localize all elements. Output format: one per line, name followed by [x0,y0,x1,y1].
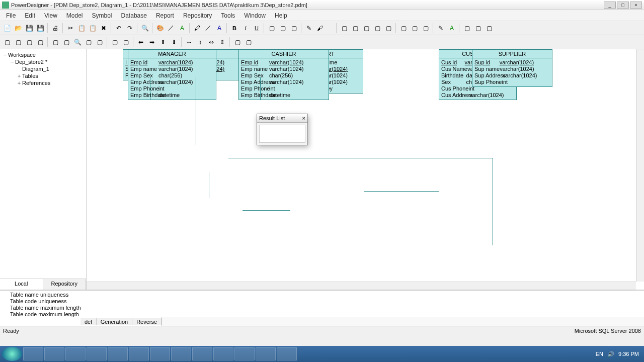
menu-file[interactable]: File [2,11,20,20]
task-app3[interactable] [129,347,149,360]
tree-references[interactable]: +References [2,79,84,86]
tree-tab-repository[interactable]: Repository [43,279,87,290]
entity-manager[interactable]: MANAGER Emp idvarchar(1024)Emp namevarch… [128,49,216,100]
output-tab-del[interactable]: del [80,318,97,325]
dialog-close-button[interactable]: × [302,115,305,121]
repo-j[interactable]: A [447,23,457,33]
tb2-k[interactable]: ▢ [121,37,131,47]
task-app6[interactable] [192,347,212,360]
result-list-dialog[interactable]: Result List × [257,114,308,145]
italic-button[interactable]: I [240,23,251,33]
tree-tab-local[interactable]: Local [0,279,43,290]
tree-diagram[interactable]: Diagram_1 [2,65,84,72]
entity-supplier[interactable]: SUPPLIER Sup idvarchar(1024)Sup namevarc… [472,49,552,87]
output-item[interactable]: Table name uniqueness [3,292,641,298]
output-item[interactable]: Table name maximum length [3,305,641,311]
tb2-e[interactable]: ▢ [50,37,60,47]
menu-model[interactable]: Model [62,11,87,20]
same-w-button[interactable]: ⇔ [206,37,216,47]
repo-h[interactable]: ▢ [421,23,431,33]
tool-b[interactable]: ▢ [278,23,288,33]
tb2-j[interactable]: ▢ [110,37,120,47]
task-explorer[interactable] [44,347,64,360]
repo-m[interactable]: ▢ [484,23,494,33]
tree-model[interactable]: −Dep_store2 * [2,58,84,65]
task-ie[interactable] [23,347,43,360]
repo-b[interactable]: ▢ [350,23,360,33]
repo-i[interactable]: ✎ [436,23,446,33]
open-button[interactable]: 📂 [13,23,23,33]
task-app9[interactable] [256,347,276,360]
tool-a[interactable]: ▢ [267,23,277,33]
tree-tables[interactable]: +Tables [2,72,84,79]
tb2-q[interactable]: ▢ [244,37,254,47]
tb2-i[interactable]: ▢ [95,37,105,47]
undo-button[interactable]: ↶ [114,23,124,33]
entity-cashier[interactable]: CASHIER Emp idvarchar(1024)Emp namevarch… [238,49,329,100]
menu-repository[interactable]: Repository [179,11,216,20]
find-button[interactable]: 🔍 [140,23,150,33]
repo-f[interactable]: ▢ [398,23,409,33]
task-app7[interactable] [213,347,233,360]
canvas-scroll-v[interactable] [636,49,644,282]
output-item[interactable]: Table code maximum length [3,311,641,317]
textfill-button[interactable]: 🖍 [192,23,202,33]
cut-button[interactable]: ✂ [65,23,75,33]
start-button[interactable] [2,347,22,361]
menu-tools[interactable]: Tools [217,11,239,20]
tray-sound-icon[interactable]: 🔊 [607,351,614,357]
task-app2[interactable] [108,347,128,360]
repo-d[interactable]: ▢ [372,23,382,33]
task-app1[interactable] [87,347,107,360]
align-top-button[interactable]: ⬆ [158,37,168,47]
tb2-b[interactable]: ▢ [13,37,23,47]
align-bottom-button[interactable]: ⬇ [169,37,179,47]
task-chrome[interactable] [65,347,86,360]
repo-a[interactable]: ▢ [339,23,349,33]
tool-e[interactable]: 🖌 [315,23,325,33]
canvas-scroll-h[interactable] [87,282,636,290]
menu-help[interactable]: Help [271,11,291,20]
repo-g[interactable]: ▢ [410,23,420,33]
output-tab-generation[interactable]: Generation [97,318,132,325]
menu-edit[interactable]: Edit [21,11,39,20]
align-right-button[interactable]: ➡ [147,37,157,47]
repo-k[interactable]: ▢ [462,23,472,33]
tb2-c[interactable]: ▢ [24,37,34,47]
maximize-button[interactable]: □ [617,2,629,9]
tree-root[interactable]: −Workspace [2,51,84,58]
close-button[interactable]: × [630,2,642,9]
task-app8[interactable] [234,347,255,360]
font-button[interactable]: A [177,23,187,33]
print-button[interactable]: 🖨 [50,23,60,33]
tb2-g[interactable]: 🔍 [72,37,83,47]
textline-button[interactable]: ／ [203,23,213,33]
tb2-p[interactable]: ▢ [232,37,243,47]
fill-button[interactable]: 🎨 [155,23,165,33]
textcolor-button[interactable]: A [214,23,224,33]
dist-v-button[interactable]: ↕ [195,37,205,47]
menu-symbol[interactable]: Symbol [88,11,116,20]
delete-button[interactable]: ✖ [99,23,109,33]
new-button[interactable]: 📄 [2,23,12,33]
saveall-button[interactable]: 💾 [35,23,45,33]
tb2-h[interactable]: ▢ [84,37,94,47]
output-item[interactable]: Table code uniqueness [3,298,641,305]
menu-database[interactable]: Database [117,11,151,20]
tray-lang[interactable]: EN [596,351,603,357]
line-button[interactable]: ／ [166,23,176,33]
bold-button[interactable]: B [229,23,239,33]
minimize-button[interactable]: _ [604,2,616,9]
align-left-button[interactable]: ⬅ [136,37,146,47]
tool-d[interactable]: ✎ [304,23,314,33]
output-tab-reverse[interactable]: Reverse [132,318,162,325]
tb2-d[interactable]: ▢ [35,37,45,47]
same-h-button[interactable]: ⇕ [217,37,227,47]
diagram-canvas[interactable]: WEAR I idvarchar(1024)Sup idvarchar(1024… [87,49,644,290]
save-button[interactable]: 💾 [24,23,34,33]
tool-c[interactable]: ▢ [289,23,299,33]
menu-window[interactable]: Window [240,11,270,20]
menu-view[interactable]: View [40,11,61,20]
repo-c[interactable]: ▢ [361,23,371,33]
copy-button[interactable]: 📋 [76,23,87,33]
